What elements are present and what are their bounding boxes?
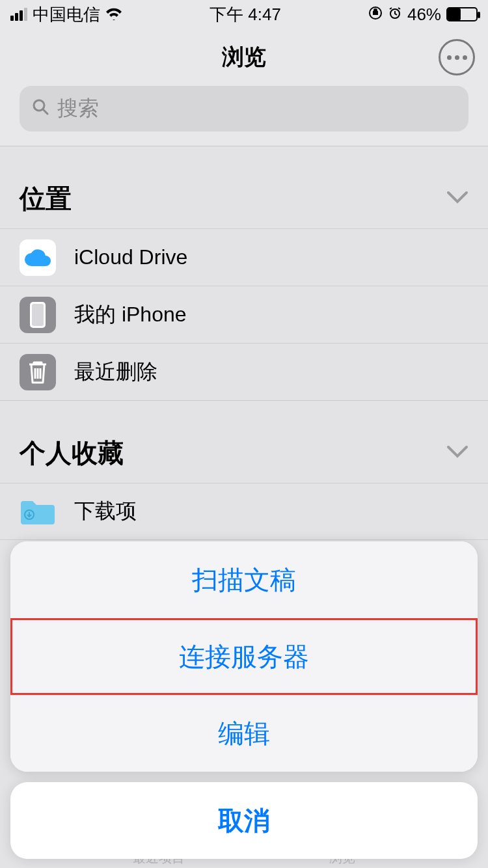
- sheet-item-scan[interactable]: 扫描文稿: [10, 541, 478, 618]
- orientation-lock-icon: [368, 5, 383, 25]
- search-wrap: 搜索: [0, 86, 488, 146]
- search-input[interactable]: 搜索: [20, 86, 468, 131]
- cloud-icon: [20, 239, 56, 276]
- favorite-row-downloads[interactable]: 下载项: [0, 483, 488, 540]
- battery-pct: 46%: [407, 5, 441, 25]
- location-row-icloud[interactable]: iCloud Drive: [0, 228, 488, 286]
- page-title: 浏览: [222, 42, 266, 72]
- status-bar: 中国电信 下午 4:47 46%: [0, 0, 488, 29]
- nav-header: 浏览: [0, 29, 488, 86]
- locations-header[interactable]: 位置: [0, 169, 488, 228]
- spacer: [0, 146, 488, 169]
- favorites-header[interactable]: 个人收藏: [0, 424, 488, 483]
- locations-title: 位置: [20, 181, 72, 217]
- carrier-label: 中国电信: [33, 3, 100, 26]
- row-label: 我的 iPhone: [74, 301, 187, 329]
- clock: 下午 4:47: [122, 3, 368, 26]
- sheet-item-connect-server[interactable]: 连接服务器: [10, 618, 478, 695]
- row-label: iCloud Drive: [74, 245, 187, 269]
- sheet-item-label: 扫描文稿: [192, 562, 296, 598]
- row-label: 下载项: [74, 497, 137, 526]
- search-placeholder: 搜索: [57, 94, 99, 123]
- row-label: 最近删除: [74, 358, 157, 387]
- spacer: [0, 400, 488, 424]
- search-icon: [31, 97, 49, 121]
- status-right: 46%: [368, 5, 478, 25]
- chevron-down-icon: [446, 445, 468, 462]
- sheet-item-label: 编辑: [218, 716, 270, 752]
- sheet-cancel-label: 取消: [218, 803, 270, 839]
- action-sheet-group: 扫描文稿 连接服务器 编辑: [10, 541, 478, 772]
- wifi-icon: [105, 5, 122, 25]
- more-button[interactable]: [439, 39, 475, 75]
- svg-line-3: [43, 109, 47, 114]
- status-left: 中国电信: [10, 3, 122, 26]
- favorites-title: 个人收藏: [20, 435, 124, 471]
- sheet-item-label: 连接服务器: [179, 639, 309, 675]
- downloads-folder-icon: [20, 493, 56, 530]
- iphone-icon: [20, 297, 56, 333]
- location-row-trash[interactable]: 最近删除: [0, 343, 488, 400]
- action-sheet: 扫描文稿 连接服务器 编辑 取消: [10, 541, 478, 859]
- ellipsis-icon: [447, 55, 452, 60]
- svg-rect-5: [32, 304, 44, 326]
- signal-icon: [10, 8, 27, 21]
- chevron-down-icon: [446, 191, 468, 208]
- sheet-cancel[interactable]: 取消: [10, 782, 478, 859]
- location-row-iphone[interactable]: 我的 iPhone: [0, 286, 488, 343]
- trash-icon: [20, 354, 56, 390]
- alarm-icon: [388, 5, 402, 25]
- battery-icon: [446, 7, 478, 21]
- sheet-item-edit[interactable]: 编辑: [10, 695, 478, 772]
